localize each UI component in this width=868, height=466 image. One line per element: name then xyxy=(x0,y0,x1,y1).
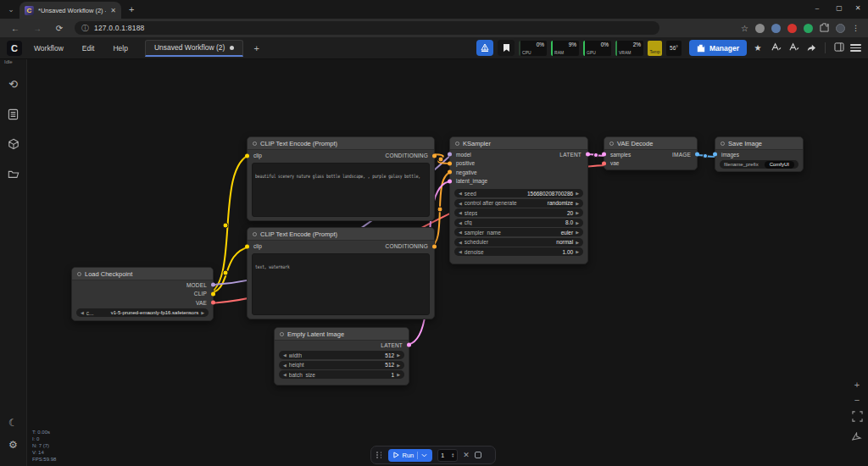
input-pin-clip[interactable] xyxy=(245,244,249,248)
share-arrow-icon[interactable] xyxy=(804,43,818,53)
menu-help[interactable]: Help xyxy=(106,44,134,53)
steps-widget[interactable]: ◀steps20▶ xyxy=(454,208,583,217)
collapse-dot[interactable] xyxy=(77,272,81,276)
output-pin-image[interactable] xyxy=(695,153,699,157)
theme-toggle-moon-icon[interactable]: ☾ xyxy=(0,412,27,434)
a-arrow-down-icon[interactable] xyxy=(787,42,800,53)
profile-avatar[interactable] xyxy=(836,24,845,33)
output-pin-latent[interactable] xyxy=(407,343,411,347)
run-button[interactable]: Run xyxy=(388,449,433,462)
seed-widget[interactable]: ◀seed156680208700286▶ xyxy=(454,189,583,197)
tab-close-icon[interactable]: ✕ xyxy=(110,7,116,14)
batch-count-input[interactable]: 1 ▲▼ xyxy=(437,449,458,462)
node-header[interactable]: Load Checkpoint xyxy=(72,268,213,280)
select-mode-button[interactable] xyxy=(852,430,862,446)
collapse-dot[interactable] xyxy=(609,141,614,146)
output-pin-latent[interactable] xyxy=(586,153,590,157)
new-workflow-button[interactable]: + xyxy=(248,43,264,53)
output-pin-clip[interactable] xyxy=(211,291,215,296)
history-icon[interactable]: ⟲ xyxy=(0,73,27,95)
a-arrow-up-icon[interactable] xyxy=(769,42,782,53)
clear-queue-icon[interactable]: ✕ xyxy=(463,451,470,459)
node-library-icon[interactable] xyxy=(0,103,27,125)
output-pin-conditioning[interactable] xyxy=(432,244,437,248)
input-pin-clip[interactable] xyxy=(245,153,249,158)
workflow-tab[interactable]: Unsaved Workflow (2) xyxy=(145,40,243,57)
height-widget[interactable]: ◀height512▶ xyxy=(279,361,404,369)
cfg-widget[interactable]: ◀cfg8.0▶ xyxy=(454,219,583,227)
batch-size-widget[interactable]: ◀batch_size1▶ xyxy=(279,370,404,379)
extension-icon-green[interactable] xyxy=(804,24,813,33)
node-header[interactable]: VAE Decode xyxy=(604,137,697,150)
zoom-out-button[interactable]: − xyxy=(851,395,863,405)
output-pin-model[interactable] xyxy=(211,283,215,287)
control-after-generate-widget[interactable]: ◀control after generaterandomize▶ xyxy=(454,199,583,208)
menu-edit[interactable]: Edit xyxy=(75,44,102,53)
comfy-blue-logo-button[interactable] xyxy=(476,40,493,56)
bookmark-button[interactable] xyxy=(498,40,515,56)
input-pin-positive[interactable] xyxy=(448,161,452,165)
node-vae-decode[interactable]: VAE Decode samples IMAGE vae xyxy=(604,136,698,170)
input-pin-model[interactable] xyxy=(448,153,452,157)
sampler-name-widget[interactable]: ◀sampler_nameeuler▶ xyxy=(454,228,583,236)
window-minimize-button[interactable]: – xyxy=(807,0,827,17)
extensions-puzzle-icon[interactable] xyxy=(820,20,829,36)
node-load-checkpoint[interactable]: Load Checkpoint MODEL CLIP VAE ◀c... v1-… xyxy=(71,267,214,321)
new-tab-button[interactable]: + xyxy=(129,4,134,14)
prompt-textarea[interactable]: text, watermark xyxy=(252,253,430,315)
tab-search-chevron-icon[interactable]: ⌄ xyxy=(5,4,17,15)
panel-toggle-icon[interactable] xyxy=(832,42,846,53)
collapse-dot[interactable] xyxy=(253,141,257,146)
scheduler-widget[interactable]: ◀schedulernormal▶ xyxy=(454,238,583,247)
denoise-widget[interactable]: ◀denoise1.00▶ xyxy=(454,247,583,256)
count-steppers[interactable]: ▲▼ xyxy=(451,452,454,458)
input-pin-latent-image[interactable] xyxy=(448,179,452,183)
filename-prefix-widget[interactable]: filename_prefix ComfyUI xyxy=(720,160,798,169)
back-button[interactable]: ← xyxy=(8,24,22,33)
extension-icon-gray[interactable] xyxy=(755,24,765,33)
browser-menu-icon[interactable]: ⋮ xyxy=(852,24,860,32)
input-pin-images[interactable] xyxy=(713,153,717,157)
fit-view-button[interactable] xyxy=(852,410,863,425)
input-pin-samples[interactable] xyxy=(602,153,606,157)
reload-button[interactable]: ⟳ xyxy=(53,24,66,33)
node-clip-text-encode-positive[interactable]: CLIP Text Encode (Prompt) clip CONDITION… xyxy=(247,136,435,221)
prompt-textarea[interactable]: beautiful scenery nature glass bottle la… xyxy=(252,163,430,217)
node-save-image[interactable]: Save Image images filename_prefix ComfyU… xyxy=(715,136,804,172)
window-maximize-button[interactable]: ▢ xyxy=(829,0,849,17)
collapse-dot[interactable] xyxy=(455,141,459,146)
node-header[interactable]: Empty Latent Image xyxy=(275,328,409,341)
site-info-icon[interactable]: ⓘ xyxy=(81,23,89,34)
output-pin-conditioning[interactable] xyxy=(432,153,437,158)
window-close-button[interactable]: ✕ xyxy=(848,0,868,17)
collapse-dot[interactable] xyxy=(280,332,284,336)
forward-button[interactable]: → xyxy=(31,24,44,33)
node-header[interactable]: CLIP Text Encode (Prompt) xyxy=(248,137,434,150)
drag-handle[interactable] xyxy=(376,452,383,458)
node-ksampler[interactable]: KSampler model LATENT positive negative … xyxy=(449,136,588,264)
star-icon[interactable]: ★ xyxy=(751,43,765,53)
browser-tab[interactable]: C *Unsaved Workflow (2) - Comfy ✕ xyxy=(19,2,121,19)
extension-icon-red[interactable] xyxy=(787,24,797,33)
node-header[interactable]: KSampler xyxy=(450,137,587,150)
collapse-dot[interactable] xyxy=(721,141,725,146)
manager-button[interactable]: Manager xyxy=(689,40,747,56)
width-widget[interactable]: ◀width512▶ xyxy=(279,351,404,359)
address-bar[interactable]: ⓘ 127.0.0.1:8188 xyxy=(75,21,659,35)
menu-workflow[interactable]: Workflow xyxy=(27,44,70,53)
collapse-dot[interactable] xyxy=(253,232,257,236)
node-header[interactable]: Save Image xyxy=(715,137,803,150)
zoom-in-button[interactable]: + xyxy=(851,380,863,390)
input-pin-vae[interactable] xyxy=(602,161,606,165)
node-empty-latent-image[interactable]: Empty Latent Image LATENT ◀width512▶ ◀he… xyxy=(274,327,409,386)
bookmark-star-icon[interactable]: ☆ xyxy=(741,24,748,33)
extension-icon-blue[interactable] xyxy=(771,24,781,33)
model-library-icon[interactable] xyxy=(0,133,27,155)
hamburger-menu-icon[interactable] xyxy=(850,44,861,52)
ckpt-name-widget[interactable]: ◀c... v1-5-pruned-emaonly-fp16.safetenso… xyxy=(76,308,209,317)
stop-icon[interactable] xyxy=(475,452,481,458)
node-clip-text-encode-negative[interactable]: CLIP Text Encode (Prompt) clip CONDITION… xyxy=(247,227,435,319)
settings-gear-icon[interactable]: ⚙ xyxy=(0,434,27,456)
input-pin-negative[interactable] xyxy=(448,170,452,175)
graph-canvas[interactable] xyxy=(27,59,868,466)
